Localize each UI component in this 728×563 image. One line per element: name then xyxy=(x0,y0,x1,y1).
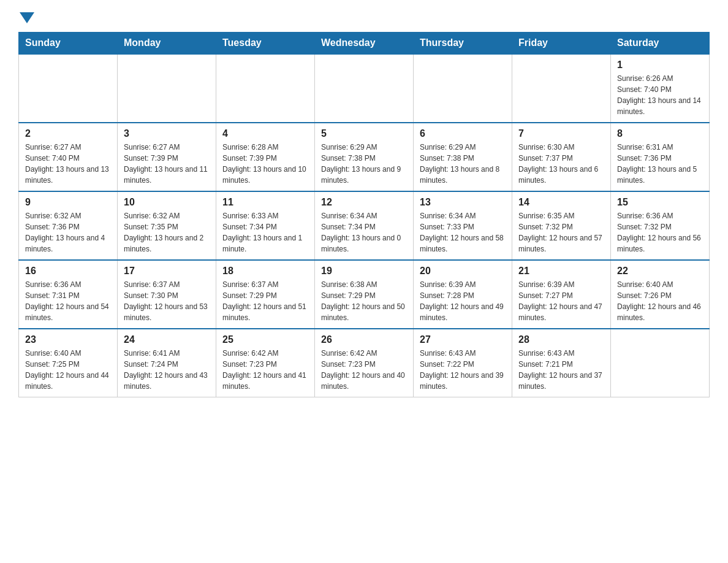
calendar-cell: 15Sunrise: 6:36 AM Sunset: 7:32 PM Dayli… xyxy=(611,191,710,260)
day-number: 5 xyxy=(321,128,407,139)
day-header-wednesday: Wednesday xyxy=(315,33,414,55)
calendar-cell xyxy=(414,54,512,123)
day-number: 11 xyxy=(222,197,308,208)
day-info: Sunrise: 6:39 AM Sunset: 7:28 PM Dayligh… xyxy=(420,279,506,323)
calendar-cell: 3Sunrise: 6:27 AM Sunset: 7:39 PM Daylig… xyxy=(118,123,216,191)
day-number: 16 xyxy=(25,266,111,277)
calendar-cell: 13Sunrise: 6:34 AM Sunset: 7:33 PM Dayli… xyxy=(414,191,512,260)
day-number: 2 xyxy=(25,128,111,139)
day-info: Sunrise: 6:40 AM Sunset: 7:25 PM Dayligh… xyxy=(25,348,111,392)
day-header-tuesday: Tuesday xyxy=(216,33,315,55)
calendar-cell: 22Sunrise: 6:40 AM Sunset: 7:26 PM Dayli… xyxy=(611,260,710,329)
day-number: 18 xyxy=(222,266,308,277)
day-header-sunday: Sunday xyxy=(19,33,118,55)
calendar-cell: 2Sunrise: 6:27 AM Sunset: 7:40 PM Daylig… xyxy=(19,123,118,191)
day-number: 7 xyxy=(518,128,604,139)
day-info: Sunrise: 6:34 AM Sunset: 7:33 PM Dayligh… xyxy=(420,210,506,255)
week-row-5: 23Sunrise: 6:40 AM Sunset: 7:25 PM Dayli… xyxy=(19,329,710,397)
day-info: Sunrise: 6:32 AM Sunset: 7:35 PM Dayligh… xyxy=(124,210,210,255)
calendar-cell: 20Sunrise: 6:39 AM Sunset: 7:28 PM Dayli… xyxy=(414,260,512,329)
day-number: 15 xyxy=(617,197,703,208)
day-number: 10 xyxy=(124,197,210,208)
calendar-cell: 10Sunrise: 6:32 AM Sunset: 7:35 PM Dayli… xyxy=(118,191,216,260)
calendar-cell xyxy=(19,54,118,123)
day-info: Sunrise: 6:27 AM Sunset: 7:40 PM Dayligh… xyxy=(25,142,111,186)
day-info: Sunrise: 6:42 AM Sunset: 7:23 PM Dayligh… xyxy=(222,348,308,392)
day-number: 27 xyxy=(420,334,506,345)
day-info: Sunrise: 6:27 AM Sunset: 7:39 PM Dayligh… xyxy=(124,142,210,186)
calendar-cell: 9Sunrise: 6:32 AM Sunset: 7:36 PM Daylig… xyxy=(19,191,118,260)
calendar-cell: 21Sunrise: 6:39 AM Sunset: 7:27 PM Dayli… xyxy=(512,260,611,329)
logo xyxy=(18,12,36,21)
day-info: Sunrise: 6:43 AM Sunset: 7:21 PM Dayligh… xyxy=(518,348,604,392)
day-info: Sunrise: 6:40 AM Sunset: 7:26 PM Dayligh… xyxy=(617,279,703,323)
calendar-cell: 14Sunrise: 6:35 AM Sunset: 7:32 PM Dayli… xyxy=(512,191,611,260)
day-info: Sunrise: 6:29 AM Sunset: 7:38 PM Dayligh… xyxy=(420,142,506,186)
day-header-monday: Monday xyxy=(118,33,216,55)
day-info: Sunrise: 6:36 AM Sunset: 7:31 PM Dayligh… xyxy=(25,279,111,323)
calendar-cell: 26Sunrise: 6:42 AM Sunset: 7:23 PM Dayli… xyxy=(315,329,414,397)
day-info: Sunrise: 6:39 AM Sunset: 7:27 PM Dayligh… xyxy=(518,279,604,323)
day-info: Sunrise: 6:35 AM Sunset: 7:32 PM Dayligh… xyxy=(518,210,604,255)
day-number: 9 xyxy=(25,197,111,208)
day-info: Sunrise: 6:37 AM Sunset: 7:29 PM Dayligh… xyxy=(222,279,308,323)
day-header-thursday: Thursday xyxy=(414,33,512,55)
week-row-1: 1Sunrise: 6:26 AM Sunset: 7:40 PM Daylig… xyxy=(19,54,710,123)
day-info: Sunrise: 6:29 AM Sunset: 7:38 PM Dayligh… xyxy=(321,142,407,186)
week-row-3: 9Sunrise: 6:32 AM Sunset: 7:36 PM Daylig… xyxy=(19,191,710,260)
day-header-friday: Friday xyxy=(512,33,611,55)
day-number: 22 xyxy=(617,266,703,277)
calendar-cell xyxy=(216,54,315,123)
day-number: 12 xyxy=(321,197,407,208)
day-info: Sunrise: 6:31 AM Sunset: 7:36 PM Dayligh… xyxy=(617,142,703,186)
calendar-cell: 11Sunrise: 6:33 AM Sunset: 7:34 PM Dayli… xyxy=(216,191,315,260)
calendar-cell: 17Sunrise: 6:37 AM Sunset: 7:30 PM Dayli… xyxy=(118,260,216,329)
calendar-cell: 18Sunrise: 6:37 AM Sunset: 7:29 PM Dayli… xyxy=(216,260,315,329)
day-number: 24 xyxy=(124,334,210,345)
calendar-cell: 6Sunrise: 6:29 AM Sunset: 7:38 PM Daylig… xyxy=(414,123,512,191)
day-number: 3 xyxy=(124,128,210,139)
day-number: 13 xyxy=(420,197,506,208)
day-info: Sunrise: 6:28 AM Sunset: 7:39 PM Dayligh… xyxy=(222,142,308,186)
day-number: 21 xyxy=(518,266,604,277)
calendar-cell: 8Sunrise: 6:31 AM Sunset: 7:36 PM Daylig… xyxy=(611,123,710,191)
calendar-cell: 1Sunrise: 6:26 AM Sunset: 7:40 PM Daylig… xyxy=(611,54,710,123)
day-number: 14 xyxy=(518,197,604,208)
calendar-cell: 12Sunrise: 6:34 AM Sunset: 7:34 PM Dayli… xyxy=(315,191,414,260)
day-info: Sunrise: 6:26 AM Sunset: 7:40 PM Dayligh… xyxy=(617,73,703,117)
day-info: Sunrise: 6:41 AM Sunset: 7:24 PM Dayligh… xyxy=(124,348,210,392)
day-number: 6 xyxy=(420,128,506,139)
day-info: Sunrise: 6:30 AM Sunset: 7:37 PM Dayligh… xyxy=(518,142,604,186)
day-info: Sunrise: 6:36 AM Sunset: 7:32 PM Dayligh… xyxy=(617,210,703,255)
calendar-cell: 5Sunrise: 6:29 AM Sunset: 7:38 PM Daylig… xyxy=(315,123,414,191)
page-header xyxy=(18,12,710,21)
day-info: Sunrise: 6:38 AM Sunset: 7:29 PM Dayligh… xyxy=(321,279,407,323)
day-header-saturday: Saturday xyxy=(611,33,710,55)
week-row-2: 2Sunrise: 6:27 AM Sunset: 7:40 PM Daylig… xyxy=(19,123,710,191)
calendar-cell: 27Sunrise: 6:43 AM Sunset: 7:22 PM Dayli… xyxy=(414,329,512,397)
day-info: Sunrise: 6:34 AM Sunset: 7:34 PM Dayligh… xyxy=(321,210,407,255)
calendar-cell: 23Sunrise: 6:40 AM Sunset: 7:25 PM Dayli… xyxy=(19,329,118,397)
day-info: Sunrise: 6:42 AM Sunset: 7:23 PM Dayligh… xyxy=(321,348,407,392)
calendar-table: SundayMondayTuesdayWednesdayThursdayFrid… xyxy=(18,32,710,397)
day-info: Sunrise: 6:37 AM Sunset: 7:30 PM Dayligh… xyxy=(124,279,210,323)
day-number: 20 xyxy=(420,266,506,277)
calendar-cell xyxy=(315,54,414,123)
calendar-cell: 25Sunrise: 6:42 AM Sunset: 7:23 PM Dayli… xyxy=(216,329,315,397)
day-info: Sunrise: 6:43 AM Sunset: 7:22 PM Dayligh… xyxy=(420,348,506,392)
calendar-cell xyxy=(118,54,216,123)
calendar-cell: 28Sunrise: 6:43 AM Sunset: 7:21 PM Dayli… xyxy=(512,329,611,397)
logo-triangle-icon xyxy=(20,12,34,23)
day-info: Sunrise: 6:32 AM Sunset: 7:36 PM Dayligh… xyxy=(25,210,111,255)
calendar-cell: 19Sunrise: 6:38 AM Sunset: 7:29 PM Dayli… xyxy=(315,260,414,329)
day-number: 17 xyxy=(124,266,210,277)
calendar-cell xyxy=(512,54,611,123)
day-number: 8 xyxy=(617,128,703,139)
calendar-cell xyxy=(611,329,710,397)
day-info: Sunrise: 6:33 AM Sunset: 7:34 PM Dayligh… xyxy=(222,210,308,255)
calendar-cell: 7Sunrise: 6:30 AM Sunset: 7:37 PM Daylig… xyxy=(512,123,611,191)
day-number: 28 xyxy=(518,334,604,345)
calendar-cell: 16Sunrise: 6:36 AM Sunset: 7:31 PM Dayli… xyxy=(19,260,118,329)
day-number: 25 xyxy=(222,334,308,345)
day-number: 23 xyxy=(25,334,111,345)
